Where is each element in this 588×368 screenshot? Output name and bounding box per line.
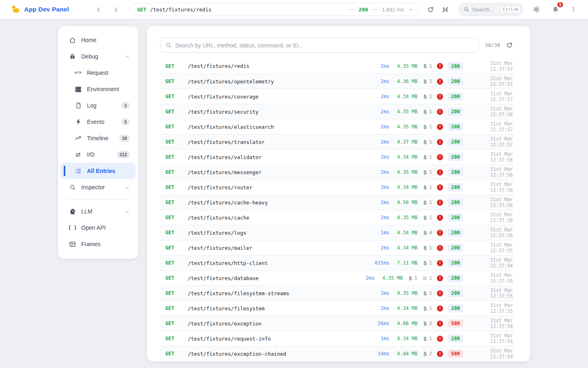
row-duration: 1ms [368,336,390,341]
sidebar-item-frames[interactable]: Frames [60,236,136,252]
chevron-down-icon[interactable] [408,7,413,12]
table-row[interactable]: GET /test/fixtures/translator 2ms 4.37 M… [160,134,513,149]
row-path: /test/fixtures/translator [188,139,265,145]
row-docs: 1 [423,200,432,205]
row-docs: 2 [423,321,432,326]
row-duration: 2ms [368,109,390,114]
entries-search[interactable] [160,38,479,53]
table-row[interactable]: GET /test/fixtures/http-client 815ms 7.1… [160,255,513,270]
sidebar-item-all-entries[interactable]: All Entries [60,163,136,179]
status-badge: 200 [448,77,463,85]
sidebar-item-open-api[interactable]: { } Open API [60,220,136,236]
row-method: GET [165,154,188,160]
refresh-icon[interactable] [425,4,437,15]
request-method: GET [137,7,147,13]
row-path: /test/fixtures/cache-heavy [188,200,268,206]
table-row[interactable]: GET /test/fixtures/messenger 2ms 4.35 MB… [160,164,513,180]
row-size: 4.34 MB [394,184,418,190]
table-row[interactable]: GET /test/fixtures/cache-heavy 2ms 4.56 … [160,195,513,210]
table-row[interactable]: GET /test/fixtures/coverage 2ms 4.34 MB … [160,89,513,104]
table-row[interactable]: GET /test/fixtures/logs 1ms 4.34 MB 4 ! … [160,225,513,240]
document-icon [423,185,428,190]
row-size: 7.11 MB [394,260,418,266]
table-row[interactable]: GET /test/fixtures/elasticsearch 2ms 4.3… [160,119,513,134]
sidebar-item-llm[interactable]: LLM [60,203,136,220]
row-path: /test/fixtures/mailer [188,245,252,251]
row-size: 4.35 MB [394,215,418,220]
sidebar-item-debug[interactable]: Debug [60,48,136,65]
row-method: GET [165,79,188,84]
sidebar-item-io[interactable]: I/O 212 [60,146,136,163]
error-indicator-icon: ! [437,245,443,251]
row-docs: 1 [423,305,432,311]
forward-button[interactable] [111,4,121,15]
table-row[interactable]: GET /test/fixtures/exception-chained 10m… [160,346,513,361]
brand[interactable]: App Dev Panel [11,4,69,15]
status-badge: 200 [448,274,463,282]
error-indicator-icon: ! [437,124,443,130]
error-indicator-icon: ! [437,200,443,206]
sidebar-item-label: Frames [81,241,100,247]
row-docs: 1 [423,184,432,190]
row-method: GET [165,290,188,296]
table-row[interactable]: GET /test/fixtures/mailer 2ms 4.34 MB 1 … [160,240,513,255]
global-search[interactable]: Search... Ctrl+K [458,3,523,16]
row-docs: 2 [423,351,432,357]
sidebar-item-timeline[interactable]: Timeline 18 [60,130,136,146]
doc-count: 1 [429,200,432,205]
entries-list: GET /test/fixtures/redis 2ms 4.35 MB 1 !… [160,58,513,361]
table-row[interactable]: GET /test/fixtures/database 2ms 4.35 MB … [160,270,513,285]
table-row[interactable]: GET /test/fixtures/exception 26ms 4.86 M… [160,316,513,331]
row-timestamp: 31st Mar 12:37:55 [470,242,513,254]
row-size: 4.34 MB [394,305,418,311]
entries-search-input[interactable] [175,42,474,49]
status-badge: 200 [448,244,463,252]
current-request-pill[interactable]: GET /test/fixtures/redis 200 1.681 ms [129,3,419,16]
reload-entries-button[interactable] [506,42,513,49]
row-path: /test/fixtures/database [188,275,258,281]
row-duration: 2ms [368,215,390,220]
sidebar-item-events[interactable]: Events 5 [60,114,136,130]
table-row[interactable]: GET /test/fixtures/request-info 1ms 4.34… [160,331,513,346]
sidebar-item-log[interactable]: Log 1 [60,97,136,114]
row-method: GET [165,184,188,190]
row-duration: 2ms [368,79,390,84]
doc-count: 1 [429,290,432,296]
table-row[interactable]: GET /test/fixtures/security 2ms 4.35 MB … [160,104,513,119]
row-duration: 2ms [368,94,390,99]
row-path: /test/fixtures/opentelemetry [188,79,274,85]
error-indicator-icon: ! [437,139,443,145]
table-row[interactable]: GET /test/fixtures/validator 2ms 4.34 MB… [160,149,513,164]
sidebar-item-home[interactable]: Home [60,32,136,48]
back-button[interactable] [94,4,104,15]
error-indicator-icon: ! [437,290,443,296]
sidebar-item-label: Inspector [81,184,105,191]
sidebar-item-request[interactable]: HTTP Request [60,65,136,81]
row-docs: 1 [423,63,432,69]
chevron-up-icon [125,54,130,59]
theme-toggle-sun-icon[interactable] [531,4,542,15]
table-row[interactable]: GET /test/fixtures/filesystem-streams 2m… [160,285,513,301]
row-docs: 1 [423,124,432,130]
kebab-menu-icon[interactable] [568,4,579,15]
head-icon [69,208,76,215]
sidebar-item-environment[interactable]: Environment [60,81,136,97]
table-row[interactable]: GET /test/fixtures/redis 2ms 4.35 MB 1 !… [160,58,513,74]
search-icon [69,184,76,191]
doc-count: 4 [429,230,432,236]
table-row[interactable]: GET /test/fixtures/cache 2ms 4.35 MB 1 !… [160,210,513,225]
error-indicator-icon: ! [437,154,443,160]
row-path: /test/fixtures/coverage [188,94,258,100]
doc-count: 1 [429,184,432,190]
row-size: 4.56 MB [394,200,418,205]
row-path: /test/fixtures/filesystem [188,305,265,312]
table-row[interactable]: GET /test/fixtures/opentelemetry 2ms 4.3… [160,74,513,89]
row-path: /test/fixtures/security [188,109,258,115]
sidebar-item-inspector[interactable]: Inspector [60,179,136,195]
row-size: 4.34 MB [394,154,418,160]
n-slash-icon[interactable] [440,4,451,15]
table-row[interactable]: GET /test/fixtures/filesystem 2ms 4.34 M… [160,301,513,316]
sidebar-item-label: Home [81,37,96,43]
table-row[interactable]: GET /test/fixtures/router 2ms 4.34 MB 1 … [160,180,513,195]
bolt-icon [74,119,82,125]
